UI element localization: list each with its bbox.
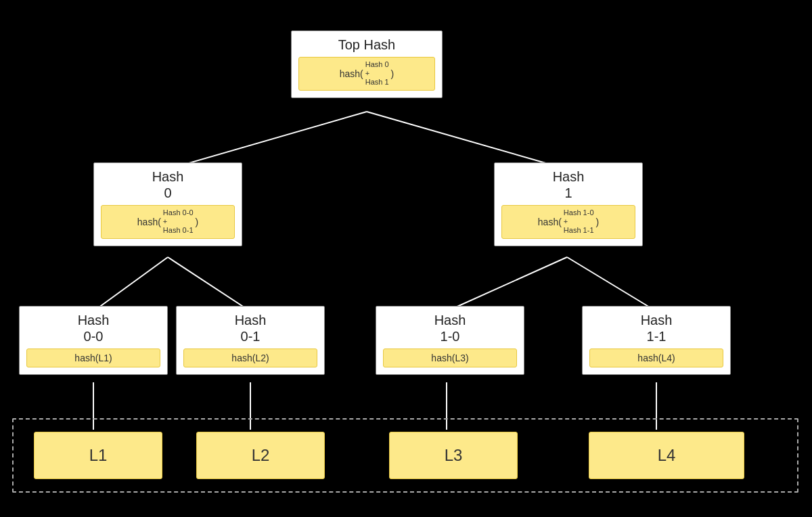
hash11-title: Hash1-1: [589, 312, 723, 344]
leaf-l1: L1: [34, 432, 162, 479]
hash0-pill-inner: Hash 0-0+Hash 0-1: [163, 208, 194, 235]
hash00-pill: hash(L1): [26, 349, 160, 367]
svg-line-2: [93, 257, 168, 311]
top-hash-pill-prefix: hash(: [340, 68, 363, 80]
top-hash-pill-inner: Hash 0+Hash 1: [365, 60, 389, 87]
svg-line-5: [567, 257, 656, 311]
leaf-l3: L3: [389, 432, 518, 479]
hash01-pill: hash(L2): [183, 349, 317, 367]
hash01-title: Hash0-1: [183, 312, 317, 344]
hash11-node: Hash1-1 hash(L4): [582, 306, 731, 375]
hash1-node: Hash1 hash( Hash 1-0+Hash 1-1 ): [494, 162, 643, 246]
hash11-pill: hash(L4): [589, 349, 723, 367]
leaf-l4: L4: [589, 432, 744, 479]
leaf-l2: L2: [196, 432, 325, 479]
svg-line-3: [168, 257, 250, 311]
top-hash-pill: hash( Hash 0+Hash 1 ): [298, 57, 435, 91]
hash01-node: Hash0-1 hash(L2): [176, 306, 325, 375]
hash10-title: Hash1-0: [383, 312, 517, 344]
hash00-node: Hash0-0 hash(L1): [19, 306, 168, 375]
svg-line-4: [447, 257, 567, 311]
hash1-title: Hash1: [501, 168, 635, 201]
hash10-node: Hash1-0 hash(L3): [376, 306, 524, 375]
hash1-pill: hash( Hash 1-0+Hash 1-1 ): [501, 205, 635, 239]
hash0-node: Hash0 hash( Hash 0-0+Hash 0-1 ): [93, 162, 242, 246]
top-hash-pill-suffix: ): [391, 68, 394, 80]
hash1-pill-suffix: ): [596, 216, 600, 228]
svg-line-0: [168, 112, 367, 169]
hash0-pill-suffix: ): [196, 216, 199, 228]
hash0-pill-prefix: hash(: [137, 216, 161, 228]
diagram: Top Hash hash( Hash 0+Hash 1 ) Hash0 has…: [0, 0, 812, 517]
hash0-pill: hash( Hash 0-0+Hash 0-1 ): [101, 205, 235, 239]
svg-line-1: [367, 112, 567, 169]
hash1-pill-prefix: hash(: [538, 216, 562, 228]
hash00-title: Hash0-0: [26, 312, 160, 344]
top-hash-title: Top Hash: [298, 37, 435, 53]
top-hash-node: Top Hash hash( Hash 0+Hash 1 ): [291, 30, 443, 98]
hash0-title: Hash0: [101, 168, 235, 201]
hash1-pill-inner: Hash 1-0+Hash 1-1: [564, 208, 594, 235]
hash10-pill: hash(L3): [383, 349, 517, 367]
